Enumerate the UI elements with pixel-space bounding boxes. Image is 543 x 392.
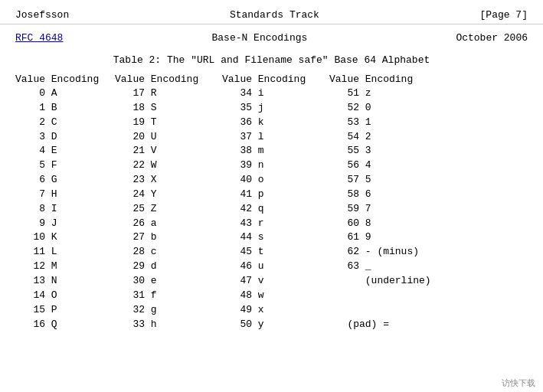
table-row: 2 C xyxy=(15,116,115,130)
author: Josefsson xyxy=(15,9,69,21)
table-row: 50 y xyxy=(222,318,329,332)
table-row: 19 T xyxy=(115,116,222,130)
table-row: 26 a xyxy=(115,217,222,231)
table-row: (underline) xyxy=(329,274,467,289)
table-row: 4 E xyxy=(15,144,115,158)
table-row: 56 4 xyxy=(329,158,467,173)
track-label: Standards Track xyxy=(230,9,319,21)
table-row: 54 2 xyxy=(329,130,467,145)
table-row xyxy=(329,303,467,318)
header-top: Josefsson Standards Track [Page 7] xyxy=(0,6,543,24)
doc-date: October 2006 xyxy=(456,32,528,44)
table-row: 49 x xyxy=(222,303,329,318)
table-row: 0 A xyxy=(15,87,115,101)
table-row: 12 M xyxy=(15,260,115,274)
table-row xyxy=(329,289,467,303)
table-row: 37 l xyxy=(222,130,329,145)
rfc-link[interactable]: RFC 4648 xyxy=(15,32,63,44)
table-row: 45 t xyxy=(222,245,329,260)
doc-title: Base-N Encodings xyxy=(211,32,307,44)
table-row: 36 k xyxy=(222,116,329,130)
page-number: [Page 7] xyxy=(480,9,528,21)
table-row: 10 K xyxy=(15,230,115,245)
table-row: 43 r xyxy=(222,217,329,231)
table-row: 59 7 xyxy=(329,202,467,217)
table-row: 6 G xyxy=(15,173,115,188)
table-row: 18 S xyxy=(115,101,222,116)
table-row: 52 0 xyxy=(329,101,467,116)
table-row: 42 q xyxy=(222,202,329,217)
table-row: 47 v xyxy=(222,274,329,289)
table-row: 16 Q xyxy=(15,318,115,332)
table-row: 8 I xyxy=(15,202,115,217)
table-row: 22 W xyxy=(115,158,222,173)
table-row: 9 J xyxy=(15,217,115,231)
table-row: 20 U xyxy=(115,130,222,145)
table-row: 46 u xyxy=(222,260,329,274)
col-headers-row: Value Encoding Value Encoding Value Enco… xyxy=(15,74,528,85)
table-row: 11 L xyxy=(15,245,115,260)
table-row: 28 c xyxy=(115,245,222,260)
table-row: 29 d xyxy=(115,260,222,274)
table-row: 61 9 xyxy=(329,230,467,245)
table-row: 39 n xyxy=(222,158,329,173)
table-row: 27 b xyxy=(115,230,222,245)
table-row: 7 H xyxy=(15,188,115,202)
table-row: 57 5 xyxy=(329,173,467,188)
table-row: 48 w xyxy=(222,289,329,303)
table-row: 51 z xyxy=(329,87,467,101)
table-row: 17 R xyxy=(115,87,222,101)
col-header-4: Value Encoding xyxy=(329,74,467,85)
table-row: 35 j xyxy=(222,101,329,116)
table-row: 58 6 xyxy=(329,188,467,202)
table-row: 5 F xyxy=(15,158,115,173)
table-row: 24 Y xyxy=(115,188,222,202)
table-row: 1 B xyxy=(15,101,115,116)
table-row: 38 m xyxy=(222,144,329,158)
table-row: 13 N xyxy=(15,274,115,289)
watermark: 访快下载 xyxy=(502,377,535,389)
table-row: 34 i xyxy=(222,87,329,101)
table-row: 62 - (minus) xyxy=(329,245,467,260)
data-table: 0 A 17 R 34 i 51 z 1 B 18 S 35 j 52 0 2 … xyxy=(15,87,528,332)
table-row: 55 3 xyxy=(329,144,467,158)
table-row: 30 e xyxy=(115,274,222,289)
content-area: Table 2: The "URL and Filename safe" Bas… xyxy=(0,54,543,332)
table-row: 53 1 xyxy=(329,116,467,130)
table-row: (pad) = xyxy=(329,318,467,332)
table-row: 21 V xyxy=(115,144,222,158)
page-container: Josefsson Standards Track [Page 7] RFC 4… xyxy=(0,0,543,392)
table-title: Table 2: The "URL and Filename safe" Bas… xyxy=(31,54,512,66)
table-row: 44 s xyxy=(222,230,329,245)
table-row: 3 D xyxy=(15,130,115,145)
table-row: 33 h xyxy=(115,318,222,332)
header-mid: RFC 4648 Base-N Encodings October 2006 xyxy=(0,29,543,47)
table-row: 63 _ xyxy=(329,260,467,274)
col-header-3: Value Encoding xyxy=(222,74,329,85)
table-row: 25 Z xyxy=(115,202,222,217)
table-row: 14 O xyxy=(15,289,115,303)
table-row: 40 o xyxy=(222,173,329,188)
table-row: 23 X xyxy=(115,173,222,188)
col-header-1: Value Encoding xyxy=(15,74,115,85)
table-row: 41 p xyxy=(222,188,329,202)
table-row: 60 8 xyxy=(329,217,467,231)
table-row: 15 P xyxy=(15,303,115,318)
table-row: 32 g xyxy=(115,303,222,318)
table-row: 31 f xyxy=(115,289,222,303)
col-header-2: Value Encoding xyxy=(115,74,222,85)
